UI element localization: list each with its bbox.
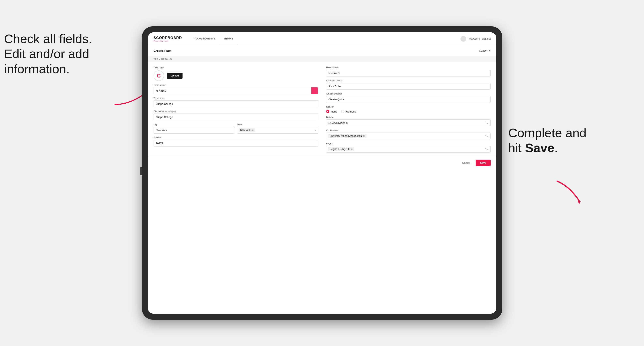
head-coach-field: Head Coach [326,66,491,76]
navbar: SCOREBOARD Powered by clippd TOURNAMENTS… [148,32,496,45]
upload-button[interactable]: Upload [167,73,182,79]
form-footer: Cancel Save [148,157,496,169]
zip-label: Zip code [154,136,318,139]
user-menu: Test User | Sign out [460,36,491,42]
city-state-field: City State New York ✕ [154,123,318,134]
svg-marker-1 [578,201,581,204]
cancel-x-button[interactable]: Cancel ✕ [479,49,491,52]
annotation-right: Complete and hit Save. [508,126,614,156]
gender-mens-radio[interactable]: Mens [326,110,337,113]
team-colour-label: Team colour [154,84,318,86]
division-label: Division [326,116,491,118]
team-name-field: Team name [154,97,318,107]
app-logo: SCOREBOARD Powered by clippd [154,36,182,42]
state-field: State New York ✕ ⌄ [237,123,318,134]
gender-label: Gender [326,106,491,108]
form-title: Create Team [154,49,172,52]
conference-dropdown-arrow[interactable]: ⌃⌄ [485,135,489,137]
team-name-label: Team name [154,97,318,99]
region-tag-remove[interactable]: ✕ [351,148,353,151]
conference-tag: University Athletic Association ✕ [328,134,366,138]
form-left: Team logo C Upload Team colour [154,66,318,153]
head-coach-label: Head Coach [326,66,491,69]
user-label: Test User | [468,37,480,40]
mens-radio-dot [326,110,330,113]
arrow-right-icon [552,176,584,208]
colour-swatch[interactable] [311,87,318,94]
city-input[interactable] [154,127,235,134]
city-label: City [154,123,235,126]
athletic-director-label: Athletic Director [326,92,491,95]
form-body: Team logo C Upload Team colour [148,62,496,157]
division-select-wrapper: NCAA Division III ⌃⌄ [326,119,491,126]
region-field: Region Region II - (M) DIII ✕ ⌃⌄ [326,142,491,153]
tablet: SCOREBOARD Powered by clippd TOURNAMENTS… [142,26,502,320]
zip-input[interactable] [154,140,318,147]
form-right: Head Coach Assistant Coach Athletic Dire… [326,66,491,153]
display-name-label: Display name (unique) [154,110,318,113]
assistant-coach-field: Assistant Coach [326,79,491,90]
section-header: TEAM DETAILS [148,56,496,62]
region-input-wrapper: Region II - (M) DIII ✕ ⌃⌄ [326,146,491,153]
division-field: Division NCAA Division III ⌃⌄ [326,116,491,126]
division-select[interactable]: NCAA Division III [326,119,491,126]
gender-field: Gender Mens Womens [326,106,491,113]
conference-input-wrapper: University Athletic Association ✕ ⌃⌄ [326,133,491,139]
sign-out-link[interactable]: Sign out [482,37,491,40]
logo-sub: Powered by clippd [154,40,182,42]
logo-letter: C [157,73,161,79]
cancel-button[interactable]: Cancel [459,160,473,166]
womens-radio-dot [341,110,344,113]
assistant-coach-input[interactable] [326,83,491,90]
tablet-screen: SCOREBOARD Powered by clippd TOURNAMENTS… [148,32,496,314]
state-label: State [237,123,318,126]
head-coach-input[interactable] [326,70,491,76]
display-name-field: Display name (unique) [154,110,318,120]
nav-tournaments[interactable]: TOURNAMENTS [190,32,220,45]
region-tag: Region II - (M) DIII ✕ [328,147,354,151]
state-tag-remove[interactable]: ✕ [252,129,254,132]
state-input-wrapper: New York ✕ ⌄ [237,127,318,134]
region-dropdown-arrow[interactable]: ⌃⌄ [485,148,489,151]
state-tag: New York ✕ [239,128,255,132]
annotation-left: Check all fields. Edit and/or add inform… [4,31,126,76]
logo-circle: C [154,70,164,81]
logo-area: C Upload [154,70,318,81]
conference-label: Conference [326,129,491,132]
close-icon: ✕ [488,49,491,52]
city-state-row: City State New York ✕ [154,123,318,134]
zip-field: Zip code [154,136,318,147]
city-field: City [154,123,235,134]
save-button[interactable]: Save [476,160,491,166]
team-logo-field: Team logo C Upload [154,66,318,81]
form-header: Create Team Cancel ✕ [148,45,496,56]
colour-row [154,87,318,94]
region-label: Region [326,142,491,145]
nav-teams[interactable]: TEAMS [220,32,237,45]
display-name-input[interactable] [154,114,318,120]
main-content: Create Team Cancel ✕ TEAM DETAILS Team l… [148,45,496,314]
conference-field: Conference University Athletic Associati… [326,129,491,139]
main-nav: TOURNAMENTS TEAMS [190,32,460,45]
logo-main: SCOREBOARD [154,36,182,40]
team-name-input[interactable] [154,100,318,107]
state-dropdown-arrow[interactable]: ⌄ [314,129,316,132]
tablet-side-button [140,167,142,175]
assistant-coach-label: Assistant Coach [326,79,491,82]
form-container: Create Team Cancel ✕ TEAM DETAILS Team l… [148,45,496,314]
team-colour-field: Team colour [154,84,318,94]
athletic-director-input[interactable] [326,96,491,103]
team-logo-label: Team logo [154,66,318,69]
gender-womens-radio[interactable]: Womens [341,110,356,113]
team-colour-input[interactable] [154,87,311,94]
conference-tag-remove[interactable]: ✕ [363,135,365,137]
user-avatar [460,36,466,42]
gender-radio-group: Mens Womens [326,110,491,113]
athletic-director-field: Athletic Director [326,92,491,103]
